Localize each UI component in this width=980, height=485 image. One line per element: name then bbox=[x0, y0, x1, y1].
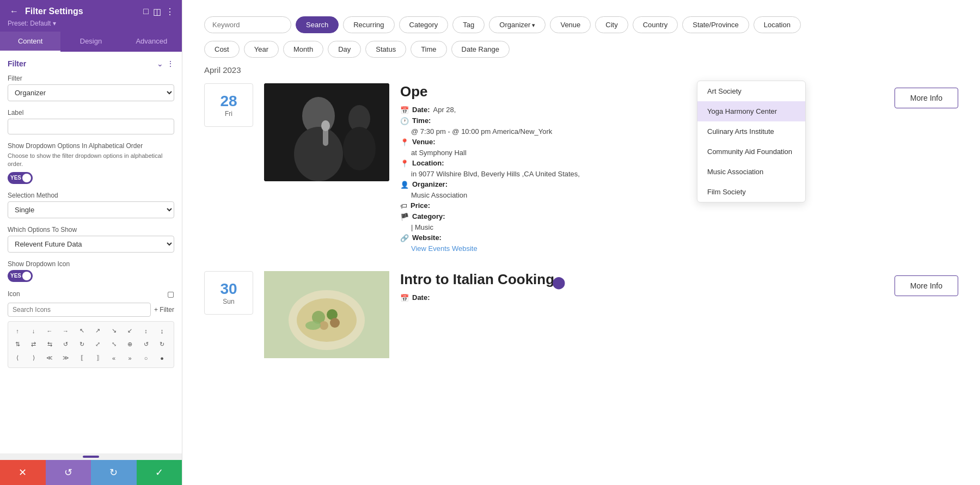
icon-cell[interactable]: ↓ bbox=[28, 325, 40, 337]
event-meta-time-value-1: @ 7:30 pm - @ 10:00 pm America/New_York bbox=[411, 127, 884, 136]
time-value-1: @ 7:30 pm - @ 10:00 pm America/New_York bbox=[411, 127, 552, 136]
icon-picker-icon[interactable]: ▢ bbox=[167, 290, 174, 298]
event-title-1: Ope bbox=[400, 83, 884, 100]
icon-filter-button[interactable]: + Filter bbox=[154, 306, 174, 314]
state-province-filter[interactable]: State/Province bbox=[682, 16, 749, 33]
calendar-icon-2: 📅 bbox=[400, 294, 409, 302]
confirm-button[interactable]: ✓ bbox=[137, 460, 182, 485]
day-filter[interactable]: Day bbox=[328, 41, 361, 58]
dots-icon[interactable]: ⋮ bbox=[166, 7, 174, 17]
tab-content[interactable]: Content bbox=[0, 32, 60, 52]
icon-cell[interactable]: ⇅ bbox=[11, 339, 23, 351]
country-filter[interactable]: Country bbox=[633, 16, 678, 33]
organizer-filter[interactable]: Organizer bbox=[489, 16, 546, 33]
city-filter[interactable]: City bbox=[595, 16, 628, 33]
section-options-icon[interactable]: ⋮ bbox=[167, 59, 174, 68]
icon-cell[interactable]: ● bbox=[156, 352, 168, 364]
icon-cell[interactable]: ↻ bbox=[76, 339, 88, 351]
icon-cell[interactable]: ↺ bbox=[60, 339, 72, 351]
icon-cell[interactable]: ≪ bbox=[44, 352, 56, 364]
event-meta-venue-value-1: at Symphony Hall bbox=[411, 149, 884, 157]
year-filter[interactable]: Year bbox=[244, 41, 279, 58]
icon-cell[interactable]: ↖ bbox=[76, 325, 88, 337]
icon-cell[interactable]: ⤢ bbox=[92, 339, 104, 351]
dropdown-icon-toggle[interactable]: YES bbox=[8, 270, 33, 282]
filter-select[interactable]: Organizer bbox=[8, 84, 174, 101]
back-button[interactable]: ← bbox=[8, 5, 21, 17]
icon-cell[interactable]: ← bbox=[44, 325, 56, 337]
icon-cell[interactable]: ⊕ bbox=[124, 339, 136, 351]
time-filter[interactable]: Time bbox=[411, 41, 446, 58]
more-info-button-1[interactable]: More Info bbox=[895, 88, 958, 108]
icon-cell[interactable]: ↗ bbox=[92, 325, 104, 337]
svg-point-14 bbox=[305, 321, 321, 330]
tag-filter[interactable]: Tag bbox=[452, 16, 485, 33]
cancel-button[interactable]: ✕ bbox=[0, 460, 46, 485]
expand-icon[interactable]: □ bbox=[143, 7, 149, 16]
label-input[interactable] bbox=[8, 119, 174, 134]
alphabetical-toggle-wrap: YES bbox=[8, 172, 174, 184]
event-date-num-2: 30 bbox=[220, 280, 237, 298]
layout-icon[interactable]: ◫ bbox=[153, 7, 161, 17]
dropdown-item-art-society[interactable]: Art Society bbox=[697, 81, 805, 101]
icon-cell[interactable]: ↻ bbox=[156, 339, 168, 351]
show-dropdown-icon-label: Show Dropdown Icon bbox=[8, 260, 174, 268]
alphabetical-toggle[interactable]: YES bbox=[8, 172, 33, 184]
dropdown-item-community-aid[interactable]: Community Aid Foundation bbox=[697, 142, 805, 162]
icon-cell[interactable]: ○ bbox=[140, 352, 152, 364]
recurring-filter[interactable]: Recurring bbox=[343, 16, 394, 33]
dropdown-item-music-association[interactable]: Music Association bbox=[697, 162, 805, 182]
icon-cell[interactable]: ↘ bbox=[108, 325, 120, 337]
price-label-1: Price: bbox=[411, 201, 430, 210]
venue-filter[interactable]: Venue bbox=[550, 16, 591, 33]
dropdown-item-culinary-arts[interactable]: Culinary Arts Institute bbox=[697, 121, 805, 142]
icon-cell[interactable]: ⟦ bbox=[76, 352, 88, 364]
options-to-show-select[interactable]: Relevent Future Data bbox=[8, 236, 174, 253]
cost-filter[interactable]: Cost bbox=[204, 41, 240, 58]
section-controls: ⌄ ⋮ bbox=[157, 59, 174, 68]
location-pin-icon: 📍 bbox=[400, 159, 409, 168]
reset-button[interactable]: ↺ bbox=[46, 460, 91, 485]
event-details-1: Ope 📅 Date: Apr 28, 🕐 Time: @ 7:30 pm - … bbox=[400, 83, 884, 255]
icon-cell[interactable]: ↨ bbox=[156, 325, 168, 337]
icon-cell[interactable]: ↺ bbox=[140, 339, 152, 351]
date-range-filter[interactable]: Date Range bbox=[451, 41, 510, 58]
date-value-1: Apr 28, bbox=[433, 106, 456, 114]
date-label-2: Date: bbox=[412, 293, 430, 302]
section-collapse-icon[interactable]: ⌄ bbox=[157, 59, 163, 68]
month-filter[interactable]: Month bbox=[283, 41, 323, 58]
category-filter[interactable]: Category bbox=[399, 16, 449, 33]
icon-cell[interactable]: ⟩ bbox=[28, 352, 40, 364]
icon-section-header: Icon ▢ bbox=[8, 290, 174, 298]
dropdown-item-yoga-harmony[interactable]: Yoga Harmony Center bbox=[697, 101, 805, 121]
website-link-1[interactable]: View Events Website bbox=[411, 244, 477, 253]
icon-cell[interactable]: » bbox=[124, 352, 136, 364]
keyword-input[interactable] bbox=[204, 16, 291, 33]
options-to-show-label: Which Options To Show bbox=[8, 226, 174, 234]
dropdown-item-film-society[interactable]: Film Society bbox=[697, 182, 805, 202]
icon-cell[interactable]: ⟧ bbox=[92, 352, 104, 364]
sidebar-header: ← Filter Settings □ ◫ ⋮ Preset: Default … bbox=[0, 0, 182, 32]
status-filter[interactable]: Status bbox=[365, 41, 406, 58]
icon-cell[interactable]: « bbox=[108, 352, 120, 364]
website-label-1: Website: bbox=[412, 234, 442, 242]
more-info-button-2[interactable]: More Info bbox=[895, 275, 958, 296]
icon-cell[interactable]: ↕ bbox=[140, 325, 152, 337]
icon-cell[interactable]: → bbox=[60, 325, 72, 337]
icon-cell[interactable]: ⇄ bbox=[28, 339, 40, 351]
icon-search-input[interactable] bbox=[8, 303, 151, 317]
redo-button[interactable]: ↻ bbox=[91, 460, 137, 485]
tab-design[interactable]: Design bbox=[60, 32, 121, 52]
icon-cell[interactable]: ⇆ bbox=[44, 339, 56, 351]
selection-method-select[interactable]: Single bbox=[8, 201, 174, 218]
icon-cell[interactable]: ⟨ bbox=[11, 352, 23, 364]
icon-cell[interactable]: ↙ bbox=[124, 325, 136, 337]
svg-point-6 bbox=[343, 127, 376, 170]
location-filter[interactable]: Location bbox=[754, 16, 801, 33]
search-button[interactable]: Search bbox=[296, 16, 339, 33]
icon-cell[interactable]: ↑ bbox=[11, 325, 23, 337]
preset-label[interactable]: Preset: Default ▾ bbox=[8, 20, 174, 32]
icon-cell[interactable]: ⤡ bbox=[108, 339, 120, 351]
icon-cell[interactable]: ≫ bbox=[60, 352, 72, 364]
tab-advanced[interactable]: Advanced bbox=[121, 32, 182, 52]
